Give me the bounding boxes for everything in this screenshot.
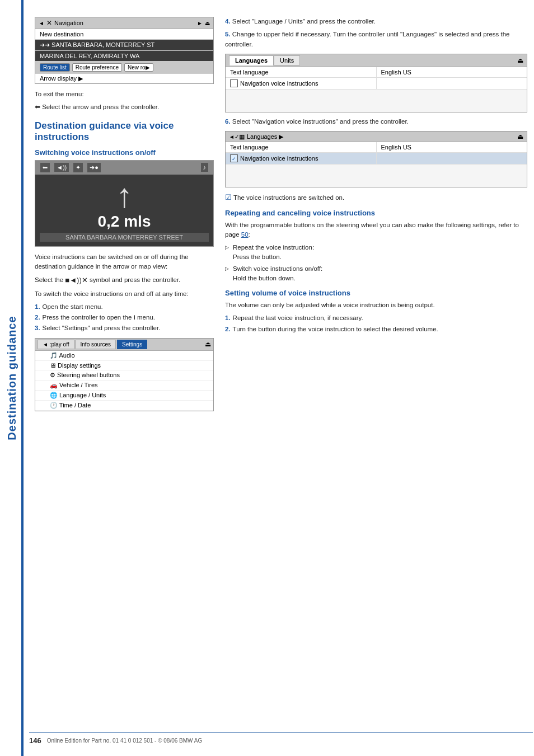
settings-label-time: 🕐 Time / Date (50, 402, 91, 409)
voice-switched-on: ☑ The voice instructions are switched on… (225, 192, 527, 203)
lang-cell-2-text-label: Text language (226, 142, 377, 152)
bullet-repeat: Repeat the voice instruction:Press the b… (225, 243, 527, 262)
left-column: ◄ ✕ Navigation ► ⏏ New destination ➜➜ SA… (35, 17, 214, 416)
right-column: 4. Select "Language / Units" and press t… (225, 17, 527, 416)
step-3: 3.Select "Settings" and press the contro… (35, 323, 214, 333)
nav-voice-checkbox-2 (230, 154, 238, 162)
lang-row-nav-voice: Navigation voice instructions (226, 78, 527, 90)
nav-menu-box: ◄ ✕ Navigation ► ⏏ New destination ➜➜ SA… (35, 17, 214, 84)
lang-checkmark-2: ✓ (235, 134, 239, 140)
nav-voice-checkbox (230, 79, 238, 87)
settings-tab-settings[interactable]: Settings (117, 340, 147, 349)
sidebar-label: Destination guidance (6, 316, 18, 440)
settings-item-display: 🖥 Display settings (35, 361, 213, 370)
settings-check-language (40, 392, 46, 398)
two-col-layout: ◄ ✕ Navigation ► ⏏ New destination ➜➜ SA… (35, 17, 527, 416)
lang-screenshot-1-space (226, 90, 527, 112)
step-6-num: 6. (225, 118, 231, 125)
settings-check-time (40, 402, 46, 408)
voice-body-2: Select the ■◄))✕ symbol and press the co… (35, 275, 214, 286)
lang-cell-text-label: Text language (226, 67, 377, 77)
voice-body-3: To switch the voice instructions on and … (35, 289, 214, 299)
settings-screenshot: ◄ :play off Info sources Settings ⏏ 🎵 Au… (35, 338, 214, 411)
lang-screenshot-2-space (226, 165, 527, 187)
voice-music-icon: ♪ (200, 162, 209, 172)
nav-title: Navigation (54, 20, 83, 26)
settings-item-audio: 🎵 Audio (35, 351, 213, 361)
voice-arrow-icon: ↑ (40, 179, 209, 213)
nav-btn-route-list[interactable]: Route list (40, 63, 70, 72)
nav-item-santa-barbara: ➜➜ SANTA BARBARA, MONTERREY ST (35, 40, 213, 51)
settings-tab-info[interactable]: Info sources (76, 340, 116, 349)
nav-top-bar: ◄ ✕ Navigation ► ⏏ (35, 17, 213, 29)
step-5-num: 5. (225, 31, 231, 37)
repeating-bullets: Repeat the voice instruction:Press the b… (225, 243, 527, 283)
nav-item-new-dest: New destination (35, 29, 213, 40)
exit-menu-instruction: ⬅ Select the arrow and press the control… (35, 102, 214, 112)
lang-tabs-1: Languages Units (229, 55, 300, 65)
settings-item-language: 🌐 Language / Units (35, 391, 213, 401)
mute-symbol: ■◄))✕ (65, 276, 87, 284)
voice-street: SANTA BARBARA MONTERREY STREET (40, 233, 209, 242)
settings-label-language: 🌐 Language / Units (50, 392, 106, 399)
lang-cell-2-text-value: English US (377, 142, 527, 152)
repeating-subtitle: Repeating and canceling voice instructio… (225, 209, 527, 217)
nav-back-arrow: ◄ (39, 20, 44, 26)
settings-item-time: 🕐 Time / Date (35, 401, 213, 411)
arrow-display-row: Arrow display ▶ (35, 73, 213, 83)
page-footer: 146 Online Edition for Part no. 01 41 0 … (29, 732, 533, 745)
settings-label-audio: 🎵 Audio (50, 352, 75, 359)
volume-step-1: 1.Repeat the last voice instruction, if … (225, 313, 527, 323)
settings-check-display (40, 362, 46, 369)
lang-cell-2-nav-voice: Navigation voice instructions (226, 153, 377, 164)
section-title: Destination guidance via voice instructi… (35, 120, 214, 143)
nav-screenshot-1: ◄ ✕ Navigation ► ⏏ New destination ➜➜ SA… (35, 17, 214, 90)
lang-screenshot-2: ◄ ✓ ▦ Languages ▶ ⏏ Text language Englis… (225, 131, 527, 187)
volume-steps: 1.Repeat the last voice instruction, if … (225, 313, 527, 334)
settings-top-bar: ◄ :play off Info sources Settings ⏏ (35, 339, 213, 351)
step-2: 2.Press the controller to open the i men… (35, 313, 214, 322)
settings-check-vehicle (40, 382, 46, 388)
exit-menu-label: To exit the menu: (35, 90, 214, 99)
volume-step-2: 2.Turn the button during the voice instr… (225, 325, 527, 334)
checkmark-blue-icon: ☑ (225, 193, 232, 201)
lang-back-icon-2: ◄ (229, 134, 235, 140)
voice-back-icon: ⬅ (40, 162, 50, 173)
lang-cell-2-nav-voice-value (377, 153, 527, 164)
settings-check-audio (40, 352, 46, 359)
step-5: 5. Change to upper field if necessary. T… (225, 30, 527, 49)
sidebar-border (21, 0, 24, 756)
voice-sound-icon: ◄)) (54, 162, 69, 172)
switching-subtitle: Switching voice instructions on/off (35, 148, 214, 157)
nav-btn-route-pref[interactable]: Route preference (72, 63, 122, 72)
page-number: 146 (29, 736, 41, 745)
main-content: ◄ ✕ Navigation ► ⏏ New destination ➜➜ SA… (29, 11, 533, 421)
nav-eject-icon: ⏏ (205, 20, 210, 26)
lang-tab-languages[interactable]: Languages (229, 55, 274, 65)
volume-body: The volume can only be adjusted while a … (225, 300, 527, 310)
page-link-50[interactable]: 50 (241, 231, 249, 238)
voice-body-1: Voice instructions can be switched on or… (35, 252, 214, 272)
settings-item-steering: ⚙ Steering wheel buttons (35, 370, 213, 381)
settings-item-vehicle: 🚗 Vehicle / Tires (35, 381, 213, 391)
step-6: 6. Select "Navigation voice instructions… (225, 117, 527, 126)
settings-tab-playoff[interactable]: ◄ :play off (38, 340, 74, 349)
repeating-body: With the programmable buttons on the ste… (225, 220, 527, 240)
nav-bottom-bar: Route list Route preference New ro▶ (35, 62, 213, 73)
voice-content-area: ↑ 0,2 mls SANTA BARBARA MONTERREY STREET (35, 175, 213, 246)
bullet-switch: Switch voice instructions on/off:Hold th… (225, 264, 527, 284)
nav-btn-new-ro[interactable]: New ro▶ (124, 63, 153, 72)
nav-forward-arrow: ► (197, 20, 203, 26)
voice-top-bar: ⬅ ◄)) ✦ ➜● ♪ (35, 161, 213, 175)
nav-star-icon: ✕ (46, 19, 52, 27)
voice-note-icon: ♪ (200, 162, 209, 172)
lang-top-bar-1: Languages Units ⏏ (226, 54, 527, 67)
settings-eject-icon: ⏏ (205, 340, 211, 348)
lang-screenshot-1: Languages Units ⏏ Text language English … (225, 54, 527, 112)
voice-route-icon: ➜● (87, 162, 101, 173)
voice-distance: 0,2 mls (40, 213, 209, 231)
settings-check-steering (40, 372, 46, 378)
step-4-num: 4. (225, 18, 231, 25)
lang-tab-units[interactable]: Units (274, 55, 300, 65)
lang-top-bar-2: ◄ ✓ ▦ Languages ▶ ⏏ (226, 132, 527, 142)
